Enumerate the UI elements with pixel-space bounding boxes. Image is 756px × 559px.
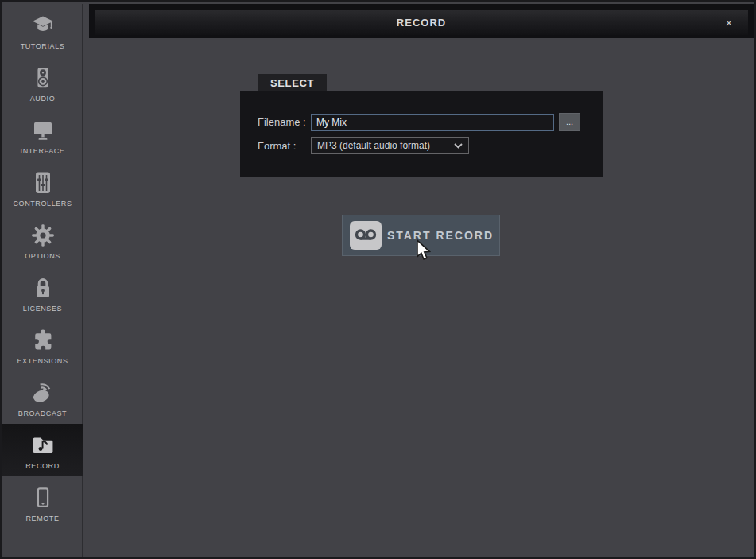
chevron-down-icon — [454, 143, 463, 149]
puzzle-icon — [29, 326, 57, 355]
filename-input[interactable] — [311, 114, 554, 131]
sidebar-item-options[interactable]: OPTIONS — [2, 214, 83, 266]
format-selected-value: MP3 (default audio format) — [317, 140, 430, 151]
sidebar-item-record[interactable]: RECORD — [2, 424, 83, 476]
gear-icon — [29, 221, 57, 250]
sidebar-item-licenses[interactable]: LICENSES — [2, 266, 83, 319]
graduation-cap-icon — [29, 11, 57, 40]
browse-button[interactable]: ... — [559, 113, 580, 131]
page-title: RECORD — [397, 17, 446, 29]
sidebar-item-remote[interactable]: REMOTE — [2, 476, 83, 529]
sidebar-item-label: LICENSES — [23, 305, 62, 312]
settings-sidebar: TUTORIALS AUDIO — [2, 4, 83, 557]
sidebar-item-label: BROADCAST — [18, 410, 67, 417]
format-label: Format : — [258, 140, 311, 152]
sidebar-item-label: REMOTE — [25, 514, 59, 522]
sidebar-item-extensions[interactable]: EXTENSIONS — [2, 319, 83, 371]
satellite-icon — [29, 378, 57, 407]
sliders-icon — [29, 169, 57, 197]
sidebar-item-controllers[interactable]: CONTROLLERS — [2, 161, 83, 214]
start-record-button[interactable]: START RECORD — [342, 215, 500, 256]
sidebar-item-interface[interactable]: INTERFACE — [2, 109, 83, 161]
sidebar-item-label: EXTENSIONS — [17, 357, 68, 365]
record-folder-icon — [29, 431, 57, 460]
sidebar-item-label: OPTIONS — [25, 252, 60, 260]
select-panel: Filename : ... Format : MP3 (default aud… — [240, 91, 603, 177]
start-record-label: START RECORD — [382, 229, 499, 242]
sidebar-item-label: RECORD — [25, 462, 60, 470]
filename-label: Filename : — [258, 116, 311, 128]
sidebar-item-label: TUTORIALS — [21, 42, 65, 50]
cassette-icon — [350, 221, 382, 250]
sidebar-item-label: INTERFACE — [21, 147, 65, 155]
sidebar-item-audio[interactable]: AUDIO — [2, 56, 83, 109]
header-band: RECORD × — [89, 4, 754, 38]
lock-icon — [29, 274, 57, 302]
close-icon[interactable]: × — [718, 10, 740, 35]
phone-icon — [29, 483, 57, 512]
monitor-icon — [29, 116, 57, 145]
tab-select[interactable]: SELECT — [258, 74, 327, 92]
speaker-icon — [29, 64, 57, 92]
sidebar-item-label: AUDIO — [30, 95, 56, 103]
titlebar: RECORD × — [95, 10, 748, 35]
record-settings-window: RECORD × TUTORIALS — [0, 0, 756, 559]
format-dropdown[interactable]: MP3 (default audio format) — [311, 137, 469, 154]
sidebar-item-broadcast[interactable]: BROADCAST — [2, 371, 83, 424]
sidebar-item-label: CONTROLLERS — [13, 200, 72, 208]
sidebar-item-tutorials[interactable]: TUTORIALS — [2, 4, 83, 56]
